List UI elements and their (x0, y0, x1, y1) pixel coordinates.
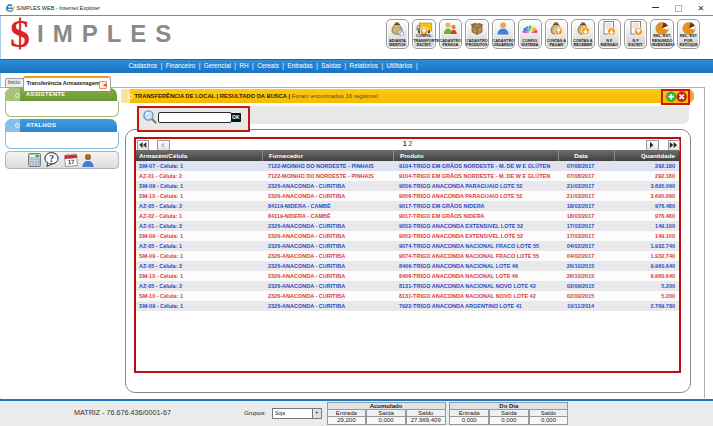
svg-text:?: ? (49, 153, 54, 164)
svg-text:17: 17 (68, 158, 76, 164)
